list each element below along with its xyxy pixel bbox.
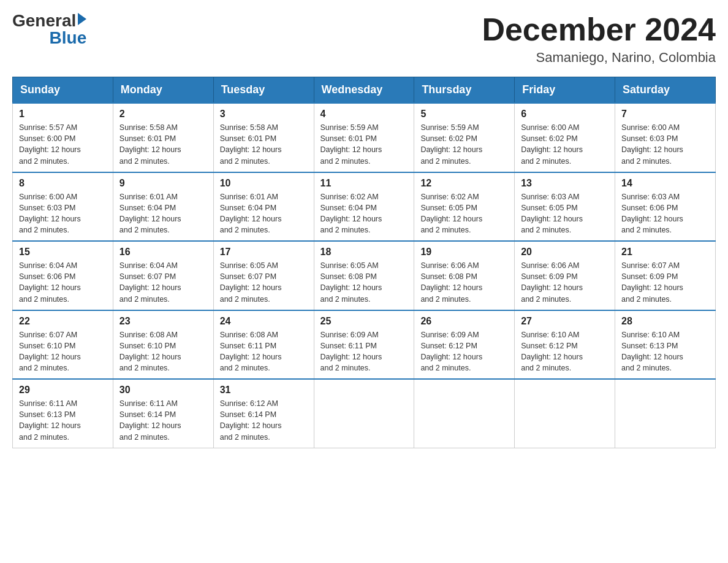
day-number: 4: [320, 109, 408, 120]
day-info: Sunrise: 6:07 AMSunset: 6:09 PMDaylight:…: [621, 260, 709, 305]
day-info: Sunrise: 6:04 AMSunset: 6:06 PMDaylight:…: [19, 260, 107, 305]
header-sunday: Sunday: [13, 77, 113, 104]
calendar-cell: 15Sunrise: 6:04 AMSunset: 6:06 PMDayligh…: [13, 241, 113, 310]
day-info: Sunrise: 6:06 AMSunset: 6:08 PMDaylight:…: [420, 260, 508, 305]
day-info: Sunrise: 6:05 AMSunset: 6:08 PMDaylight:…: [320, 260, 408, 305]
week-row-5: 29Sunrise: 6:11 AMSunset: 6:13 PMDayligh…: [13, 379, 716, 448]
day-number: 7: [621, 109, 709, 120]
day-number: 29: [19, 385, 107, 396]
day-number: 17: [220, 247, 308, 258]
calendar-cell: 8Sunrise: 6:00 AMSunset: 6:03 PMDaylight…: [13, 172, 113, 242]
calendar-cell: 24Sunrise: 6:08 AMSunset: 6:11 PMDayligh…: [213, 310, 314, 380]
logo-blue-text: Blue: [50, 29, 87, 47]
day-info: Sunrise: 5:58 AMSunset: 6:01 PMDaylight:…: [119, 122, 207, 167]
day-info: Sunrise: 6:03 AMSunset: 6:06 PMDaylight:…: [621, 191, 709, 236]
week-row-4: 22Sunrise: 6:07 AMSunset: 6:10 PMDayligh…: [13, 310, 716, 380]
header-friday: Friday: [515, 77, 615, 104]
day-number: 2: [119, 109, 207, 120]
day-info: Sunrise: 6:01 AMSunset: 6:04 PMDaylight:…: [119, 191, 207, 236]
day-info: Sunrise: 6:10 AMSunset: 6:12 PMDaylight:…: [521, 329, 609, 374]
day-info: Sunrise: 6:11 AMSunset: 6:14 PMDaylight:…: [119, 398, 207, 443]
header-saturday: Saturday: [615, 77, 716, 104]
calendar-cell: [515, 379, 615, 448]
day-info: Sunrise: 6:09 AMSunset: 6:11 PMDaylight:…: [320, 329, 408, 374]
calendar-cell: 20Sunrise: 6:06 AMSunset: 6:09 PMDayligh…: [515, 241, 615, 310]
day-number: 6: [521, 109, 609, 120]
day-info: Sunrise: 6:00 AMSunset: 6:02 PMDaylight:…: [521, 122, 609, 167]
week-row-2: 8Sunrise: 6:00 AMSunset: 6:03 PMDaylight…: [13, 172, 716, 242]
calendar-cell: 3Sunrise: 5:58 AMSunset: 6:01 PMDaylight…: [213, 103, 314, 172]
calendar-cell: 25Sunrise: 6:09 AMSunset: 6:11 PMDayligh…: [314, 310, 414, 380]
week-row-3: 15Sunrise: 6:04 AMSunset: 6:06 PMDayligh…: [13, 241, 716, 310]
day-number: 21: [621, 247, 709, 258]
header-row: SundayMondayTuesdayWednesdayThursdayFrid…: [13, 77, 716, 104]
calendar-cell: 26Sunrise: 6:09 AMSunset: 6:12 PMDayligh…: [414, 310, 515, 380]
day-info: Sunrise: 6:08 AMSunset: 6:10 PMDaylight:…: [119, 329, 207, 374]
day-number: 22: [19, 316, 107, 327]
day-number: 11: [320, 178, 408, 189]
day-info: Sunrise: 6:12 AMSunset: 6:14 PMDaylight:…: [220, 398, 308, 443]
calendar-cell: 4Sunrise: 5:59 AMSunset: 6:01 PMDaylight…: [314, 103, 414, 172]
calendar-cell: 23Sunrise: 6:08 AMSunset: 6:10 PMDayligh…: [113, 310, 213, 380]
calendar-cell: 12Sunrise: 6:02 AMSunset: 6:05 PMDayligh…: [414, 172, 515, 242]
calendar-cell: 17Sunrise: 6:05 AMSunset: 6:07 PMDayligh…: [213, 241, 314, 310]
calendar-cell: 10Sunrise: 6:01 AMSunset: 6:04 PMDayligh…: [213, 172, 314, 242]
calendar-cell: 21Sunrise: 6:07 AMSunset: 6:09 PMDayligh…: [615, 241, 716, 310]
day-number: 18: [320, 247, 408, 258]
calendar-cell: [414, 379, 515, 448]
day-info: Sunrise: 6:01 AMSunset: 6:04 PMDaylight:…: [220, 191, 308, 236]
calendar-cell: 6Sunrise: 6:00 AMSunset: 6:02 PMDaylight…: [515, 103, 615, 172]
day-info: Sunrise: 6:06 AMSunset: 6:09 PMDaylight:…: [521, 260, 609, 305]
day-number: 8: [19, 178, 107, 189]
day-number: 19: [420, 247, 508, 258]
calendar-cell: 30Sunrise: 6:11 AMSunset: 6:14 PMDayligh…: [113, 379, 213, 448]
day-number: 15: [19, 247, 107, 258]
calendar-cell: 19Sunrise: 6:06 AMSunset: 6:08 PMDayligh…: [414, 241, 515, 310]
logo-arrow-icon: [78, 13, 86, 25]
day-info: Sunrise: 6:07 AMSunset: 6:10 PMDaylight:…: [19, 329, 107, 374]
logo: General Blue: [12, 12, 86, 47]
day-info: Sunrise: 5:57 AMSunset: 6:00 PMDaylight:…: [19, 122, 107, 167]
day-info: Sunrise: 5:58 AMSunset: 6:01 PMDaylight:…: [220, 122, 308, 167]
day-number: 30: [119, 385, 207, 396]
calendar-cell: 2Sunrise: 5:58 AMSunset: 6:01 PMDaylight…: [113, 103, 213, 172]
calendar-cell: [314, 379, 414, 448]
calendar-cell: 31Sunrise: 6:12 AMSunset: 6:14 PMDayligh…: [213, 379, 314, 448]
calendar-cell: 7Sunrise: 6:00 AMSunset: 6:03 PMDaylight…: [615, 103, 716, 172]
day-number: 28: [621, 316, 709, 327]
day-number: 26: [420, 316, 508, 327]
day-number: 1: [19, 109, 107, 120]
calendar-cell: 13Sunrise: 6:03 AMSunset: 6:05 PMDayligh…: [515, 172, 615, 242]
day-info: Sunrise: 6:10 AMSunset: 6:13 PMDaylight:…: [621, 329, 709, 374]
calendar-cell: 1Sunrise: 5:57 AMSunset: 6:00 PMDaylight…: [13, 103, 113, 172]
day-info: Sunrise: 6:02 AMSunset: 6:04 PMDaylight:…: [320, 191, 408, 236]
day-number: 14: [621, 178, 709, 189]
day-info: Sunrise: 6:00 AMSunset: 6:03 PMDaylight:…: [19, 191, 107, 236]
calendar-cell: 14Sunrise: 6:03 AMSunset: 6:06 PMDayligh…: [615, 172, 716, 242]
title-section: December 2024 Samaniego, Narino, Colombi…: [482, 12, 716, 66]
day-info: Sunrise: 6:09 AMSunset: 6:12 PMDaylight:…: [420, 329, 508, 374]
day-number: 10: [220, 178, 308, 189]
day-info: Sunrise: 6:11 AMSunset: 6:13 PMDaylight:…: [19, 398, 107, 443]
logo-general-text: General: [12, 12, 76, 29]
calendar-title: December 2024: [482, 12, 716, 47]
day-info: Sunrise: 6:03 AMSunset: 6:05 PMDaylight:…: [521, 191, 609, 236]
page-header: General Blue December 2024 Samaniego, Na…: [12, 12, 716, 66]
day-number: 9: [119, 178, 207, 189]
day-number: 31: [220, 385, 308, 396]
header-tuesday: Tuesday: [213, 77, 314, 104]
week-row-1: 1Sunrise: 5:57 AMSunset: 6:00 PMDaylight…: [13, 103, 716, 172]
calendar-cell: 29Sunrise: 6:11 AMSunset: 6:13 PMDayligh…: [13, 379, 113, 448]
day-info: Sunrise: 6:05 AMSunset: 6:07 PMDaylight:…: [220, 260, 308, 305]
day-info: Sunrise: 5:59 AMSunset: 6:02 PMDaylight:…: [420, 122, 508, 167]
day-number: 13: [521, 178, 609, 189]
day-number: 16: [119, 247, 207, 258]
day-number: 24: [220, 316, 308, 327]
day-info: Sunrise: 6:04 AMSunset: 6:07 PMDaylight:…: [119, 260, 207, 305]
day-info: Sunrise: 6:02 AMSunset: 6:05 PMDaylight:…: [420, 191, 508, 236]
header-monday: Monday: [113, 77, 213, 104]
day-number: 20: [521, 247, 609, 258]
calendar-cell: 16Sunrise: 6:04 AMSunset: 6:07 PMDayligh…: [113, 241, 213, 310]
calendar-cell: 5Sunrise: 5:59 AMSunset: 6:02 PMDaylight…: [414, 103, 515, 172]
calendar-cell: 27Sunrise: 6:10 AMSunset: 6:12 PMDayligh…: [515, 310, 615, 380]
